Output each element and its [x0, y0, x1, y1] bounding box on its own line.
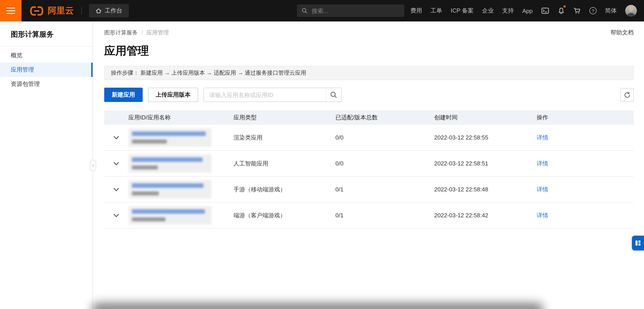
table-header-actions: 操作 [537, 114, 634, 122]
adapted-cell: 0/0 [336, 134, 434, 141]
workbench-button[interactable]: 工作台 [89, 4, 128, 18]
topbar-right: 费用 工单 ICP 备案 企业 支持 App [410, 5, 644, 16]
nav-support[interactable]: 支持 [502, 7, 514, 15]
notification-bell-icon[interactable] [558, 7, 565, 14]
app-type-cell: 渲染类应用 [234, 134, 336, 142]
app-type-cell: 端游（客户端游戏） [234, 211, 336, 219]
table-header-row: 应用ID/应用名称 应用类型 已适配/版本总数 创建时间 操作 [104, 110, 634, 125]
app-search-input[interactable] [204, 88, 326, 102]
page-title: 应用管理 [104, 44, 634, 58]
app-type-cell: 人工智能应用 [234, 160, 336, 168]
expand-row-button[interactable] [104, 162, 128, 165]
breadcrumb-separator: / [141, 30, 143, 36]
nav-billing[interactable]: 费用 [410, 7, 422, 15]
terminal-icon[interactable] [541, 7, 549, 14]
table-header-created: 创建时间 [434, 114, 537, 122]
expand-row-button[interactable] [104, 214, 128, 217]
table-header-type: 应用类型 [234, 114, 336, 122]
created-cell: 2022-03-12 22:58:55 [434, 134, 537, 141]
topbar: 阿里云 工作台 费用 工单 ICP 备案 企业 支持 A [0, 0, 644, 22]
global-search-input[interactable] [311, 7, 400, 14]
steps-banner-text: 操作步骤： 新建应用 → 上传应用版本 → 适配应用 → 通过服务接口管理云应用 [111, 69, 306, 77]
upload-version-button[interactable]: 上传应用版本 [148, 88, 198, 102]
breadcrumb-current: 应用管理 [146, 29, 169, 36]
global-search[interactable] [297, 4, 404, 17]
redacted-app-id-name[interactable] [128, 128, 212, 147]
apps-table: 应用ID/应用名称 应用类型 已适配/版本总数 创建时间 操作 渲染类应用 0/… [104, 110, 634, 228]
floating-side-widget[interactable] [632, 236, 644, 250]
detail-link[interactable]: 详情 [537, 186, 548, 192]
nav-enterprise[interactable]: 企业 [482, 7, 494, 15]
topbar-divider [81, 7, 82, 14]
avatar[interactable] [625, 5, 637, 16]
refresh-icon [624, 92, 630, 98]
nav-icp[interactable]: ICP 备案 [451, 7, 474, 15]
chevron-down-icon [114, 214, 119, 217]
create-app-button[interactable]: 新建应用 [104, 88, 143, 102]
sidebar: 图形计算服务 概览 应用管理 资源包管理 [0, 22, 93, 309]
sidebar-menu: 概览 应用管理 资源包管理 [0, 48, 92, 91]
steps-banner: 操作步骤： 新建应用 → 上传应用版本 → 适配应用 → 通过服务接口管理云应用 [104, 66, 634, 80]
breadcrumb-row: 图形计算服务 / 应用管理 帮助文档 [104, 28, 634, 37]
app-search-button[interactable] [326, 88, 341, 102]
redacted-app-id-name[interactable] [128, 206, 212, 224]
sidebar-item-overview[interactable]: 概览 [0, 48, 92, 62]
created-cell: 2022-03-12 22:58:48 [434, 186, 537, 193]
chevron-left-icon: ‹ [92, 162, 94, 168]
detail-link[interactable]: 详情 [537, 212, 548, 218]
toolbar: 新建应用 上传应用版本 [104, 88, 634, 102]
aliyun-logo-icon [28, 5, 45, 16]
expand-row-button[interactable] [104, 136, 128, 139]
locale-switcher[interactable]: 简体 [605, 7, 617, 15]
help-doc-link[interactable]: 帮助文档 [610, 28, 634, 37]
home-icon [95, 8, 102, 14]
sidebar-item-app-management[interactable]: 应用管理 [0, 62, 92, 77]
detail-link[interactable]: 详情 [537, 134, 548, 141]
adapted-cell: 0/1 [336, 212, 434, 219]
table-row: 渲染类应用 0/0 2022-03-12 22:58:55 详情 [104, 125, 634, 151]
sidebar-collapse-handle[interactable]: ‹ [90, 160, 96, 171]
cart-icon[interactable] [573, 7, 581, 14]
sidebar-item-label: 概览 [11, 52, 22, 60]
table-header-id-name: 应用ID/应用名称 [128, 114, 234, 122]
sidebar-item-resource-packages[interactable]: 资源包管理 [0, 77, 92, 91]
table-row: 手游（移动端游戏） 0/1 2022-03-12 22:58:48 详情 [104, 177, 634, 202]
table-header-adapted: 已适配/版本总数 [336, 114, 434, 122]
redacted-app-id-name[interactable] [128, 180, 212, 198]
adapted-cell: 0/0 [336, 160, 434, 167]
adapted-cell: 0/1 [336, 186, 434, 193]
main-content: 图形计算服务 / 应用管理 帮助文档 应用管理 操作步骤： 新建应用 → 上传应… [94, 22, 644, 309]
chevron-down-icon [114, 136, 119, 139]
search-icon [302, 8, 308, 14]
workbench-label: 工作台 [105, 7, 122, 15]
breadcrumb: 图形计算服务 / 应用管理 [104, 29, 169, 36]
panel-grid-icon [635, 240, 641, 246]
help-icon[interactable]: ? [590, 7, 596, 14]
created-cell: 2022-03-12 22:58:51 [434, 160, 537, 167]
sidebar-divider [0, 46, 92, 46]
breadcrumb-service[interactable]: 图形计算服务 [104, 29, 138, 36]
table-row: 端游（客户端游戏） 0/1 2022-03-12 22:58:42 详情 [104, 202, 634, 228]
hamburger-icon [6, 8, 15, 8]
notification-badge-dot [564, 5, 566, 8]
table-row: 人工智能应用 0/0 2022-03-12 22:58:51 详情 [104, 151, 634, 177]
chevron-down-icon [114, 162, 119, 165]
aliyun-logo[interactable]: 阿里云 [28, 5, 74, 16]
hamburger-menu-button[interactable] [0, 0, 22, 22]
sidebar-title: 图形计算服务 [0, 22, 92, 46]
expand-row-button[interactable] [104, 188, 128, 191]
redacted-app-id-name[interactable] [128, 154, 212, 172]
app-type-cell: 手游（移动端游戏） [234, 185, 336, 194]
app-search-group [204, 88, 342, 102]
sidebar-item-label: 资源包管理 [11, 80, 40, 88]
nav-app[interactable]: App [522, 8, 533, 14]
created-cell: 2022-03-12 22:58:42 [434, 212, 537, 219]
nav-tickets[interactable]: 工单 [431, 7, 442, 15]
search-icon [330, 91, 337, 98]
brand-name: 阿里云 [48, 5, 74, 16]
chevron-down-icon [114, 188, 119, 191]
sidebar-item-label: 应用管理 [11, 66, 34, 74]
app-root: 阿里云 工作台 费用 工单 ICP 备案 企业 支持 A [0, 0, 644, 309]
detail-link[interactable]: 详情 [537, 160, 548, 166]
refresh-button[interactable] [620, 88, 634, 102]
